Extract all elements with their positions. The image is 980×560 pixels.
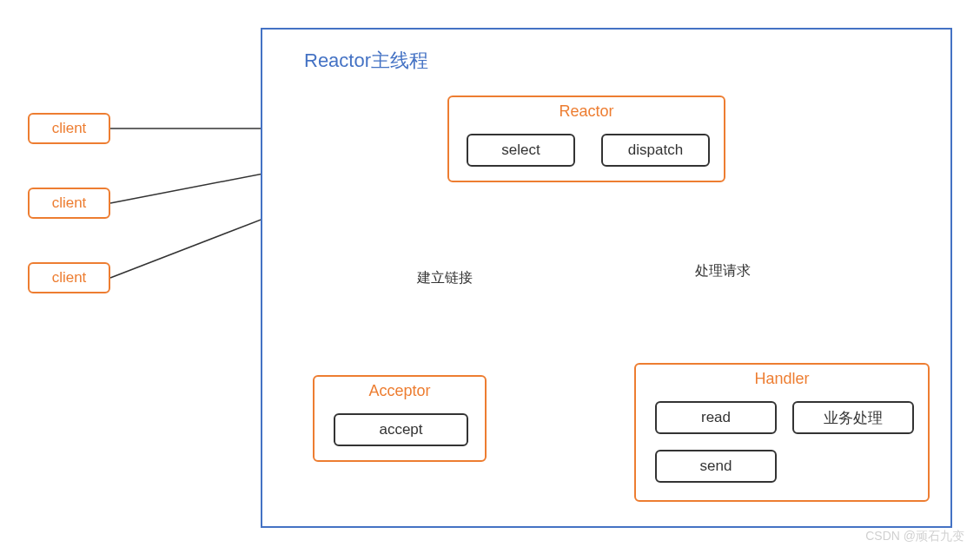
handler-title: Handler: [636, 365, 928, 392]
read-label: read: [701, 409, 731, 426]
accept-inner-box: accept: [334, 413, 468, 446]
client-box-3: client: [28, 262, 110, 293]
handler-box: Handler read 业务处理 send: [634, 363, 930, 502]
reactor-title: Reactor: [449, 97, 724, 124]
select-label: select: [501, 142, 540, 159]
acceptor-title: Acceptor: [315, 377, 485, 404]
send-label: send: [700, 458, 732, 475]
business-box: 业务处理: [792, 401, 914, 434]
edge-label-connect: 建立链接: [417, 269, 473, 287]
read-box: read: [655, 401, 777, 434]
reactor-box: Reactor select dispatch: [447, 96, 725, 182]
watermark: CSDN @顽石九变: [865, 529, 964, 544]
client-label-1: client: [52, 120, 87, 137]
dispatch-box: dispatch: [601, 134, 710, 167]
accept-label: accept: [379, 421, 422, 438]
dispatch-label: dispatch: [628, 142, 683, 159]
business-label: 业务处理: [824, 408, 883, 428]
client-box-1: client: [28, 113, 110, 144]
edge-label-request: 处理请求: [695, 262, 751, 280]
send-box: send: [655, 450, 777, 483]
client-label-3: client: [52, 269, 87, 287]
select-box: select: [467, 134, 575, 167]
client-label-2: client: [52, 194, 87, 212]
acceptor-box: Acceptor accept: [313, 375, 487, 462]
client-box-2: client: [28, 188, 110, 219]
container-title: Reactor主线程: [304, 48, 428, 74]
